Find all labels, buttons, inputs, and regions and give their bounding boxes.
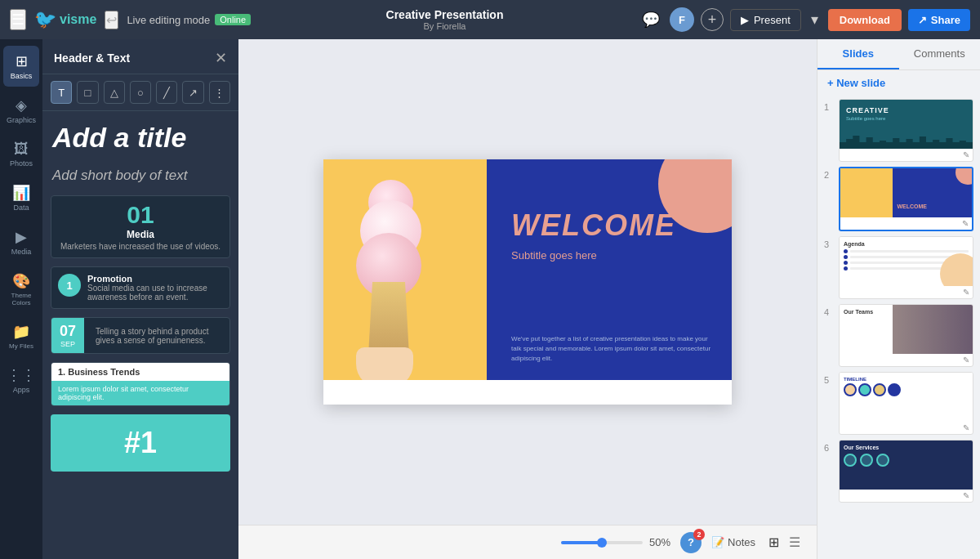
list-item[interactable]: 1. Business Trends Lorem ipsum dolor sit… — [51, 362, 230, 406]
header-text-panel: Header & Text ✕ T □ △ ○ ╱ ↗ ⋮ Add a titl… — [42, 39, 238, 559]
rectangle-tool-button[interactable]: □ — [77, 81, 98, 104]
download-button[interactable]: Download — [828, 9, 902, 31]
play-icon: ▶ — [741, 14, 749, 26]
edit-icon-3[interactable]: ✎ — [963, 288, 969, 297]
sidebar-item-data[interactable]: 📊 Data — [3, 177, 39, 218]
sidebar-item-photos[interactable]: 🖼 Photos — [3, 134, 39, 174]
slide-5-edit: ✎ — [840, 422, 973, 434]
promo-item[interactable]: 1 Promotion Social media can use to incr… — [51, 266, 230, 309]
slide-6-edit: ✎ — [840, 490, 973, 502]
panel-header: Header & Text ✕ — [42, 39, 238, 74]
slide-6-thumbnail[interactable]: Our Services ✎ — [839, 440, 973, 503]
media-icon: ▶ — [16, 228, 27, 246]
new-slide-button[interactable]: + New slide — [817, 70, 980, 96]
sidebar-item-media[interactable]: ▶ Media — [3, 221, 39, 262]
line-tool-button[interactable]: ╱ — [156, 81, 177, 104]
text-tool-button[interactable]: T — [51, 81, 72, 104]
numbered-number: 01 — [56, 201, 225, 229]
list-body-text: Lorem ipsum dolor sit amet, consectetur … — [58, 385, 223, 401]
zoom-label: 50% — [649, 536, 670, 548]
add-collaborator-button[interactable]: + — [701, 8, 724, 31]
photos-icon: 🖼 — [14, 141, 29, 158]
ice-cream-visual — [332, 184, 446, 405]
list-view-button[interactable]: ☰ — [786, 533, 804, 552]
edit-icon-4[interactable]: ✎ — [963, 356, 969, 364]
slide-1-edit: ✎ — [840, 149, 973, 161]
topbar-center: Creative Presentation By Fiorella — [261, 8, 629, 31]
circle-tool-button[interactable]: ○ — [130, 81, 151, 104]
share-button[interactable]: ↗ Share — [908, 9, 970, 31]
edit-icon-5[interactable]: ✎ — [963, 423, 969, 432]
arrow-tool-button[interactable]: ↗ — [182, 81, 203, 104]
date-item[interactable]: 07 SEP Telling a story behind a product … — [51, 317, 230, 354]
sidebar-item-apps[interactable]: ⋮⋮ Apps — [3, 360, 39, 400]
present-dropdown-button[interactable]: ▾ — [808, 7, 822, 32]
slide-canvas[interactable]: WELCOME Subtitle goes here We've put tog… — [323, 159, 732, 405]
zoom-slider[interactable] — [561, 541, 643, 544]
present-button[interactable]: ▶ Present — [730, 9, 801, 31]
notes-button[interactable]: 📝 Notes — [711, 536, 755, 548]
zoom-slider-thumb[interactable] — [597, 538, 607, 548]
slide-white-bar — [323, 380, 732, 405]
slide-thumb-5: 5 TIMELINE — [824, 372, 973, 435]
slide-thumb-1: 1 CREATIVE Subtitle goes here ✎ — [824, 99, 973, 162]
main-content: ⊞ Basics ◈ Graphics 🖼 Photos 📊 Data ▶ Me… — [0, 39, 980, 559]
avatar-button[interactable]: F — [670, 7, 694, 32]
slide-body-text: We've put together a list of creative pr… — [511, 334, 715, 364]
slide-subtitle-text: Subtitle goes here — [511, 249, 597, 262]
topbar-left: ☰ 🐦 visme ↩ Live editing mode Online — [10, 9, 251, 30]
comment-button[interactable]: 💬 — [639, 7, 663, 32]
tab-comments[interactable]: Comments — [899, 39, 981, 69]
topbar: ☰ 🐦 visme ↩ Live editing mode Online Cre… — [0, 0, 980, 39]
slides-list: 1 CREATIVE Subtitle goes here ✎ 2 — [817, 96, 980, 559]
add-body-item[interactable]: Add short body of text — [51, 164, 230, 187]
menu-button[interactable]: ☰ — [10, 9, 26, 30]
sidebar-item-theme-colors[interactable]: 🎨 Theme Colors — [3, 266, 39, 313]
tab-slides[interactable]: Slides — [817, 39, 899, 69]
right-panel: Slides Comments + New slide 1 CREATIVE S… — [817, 39, 980, 559]
theme-colors-icon: 🎨 — [12, 272, 30, 290]
slide-5-thumbnail[interactable]: TIMELINE ✎ — [839, 372, 973, 435]
sidebar-item-basics[interactable]: ⊞ Basics — [3, 46, 39, 87]
view-toggle: ⊞ ☰ — [765, 533, 804, 552]
slide-num-4: 4 — [824, 304, 834, 317]
slide-1-thumbnail[interactable]: CREATIVE Subtitle goes here ✎ — [839, 99, 973, 162]
edit-icon[interactable]: ✎ — [963, 150, 969, 159]
slide-2-thumbnail[interactable]: WELCOME ✎ — [839, 167, 973, 231]
editing-mode-label: Live editing mode Online — [127, 14, 251, 26]
data-icon: 📊 — [12, 184, 30, 202]
grid-view-button[interactable]: ⊞ — [765, 533, 782, 552]
triangle-tool-button[interactable]: △ — [104, 81, 125, 104]
presentation-subtitle: By Fiorella — [261, 21, 629, 31]
slide-thumb-2: 2 WELCOME ✎ — [824, 167, 973, 231]
slide-4-preview: Our Teams — [840, 305, 973, 354]
hashtag-item[interactable]: #1 — [51, 414, 230, 472]
logo: 🐦 visme — [34, 9, 96, 30]
numbered-label: Media — [56, 229, 225, 240]
date-left: 07 SEP — [51, 318, 84, 353]
slide-3-thumbnail[interactable]: Agenda ✎ — [839, 236, 973, 299]
cone-shape — [368, 282, 409, 356]
graphics-icon: ◈ — [16, 96, 27, 114]
slide-4-edit: ✎ — [840, 354, 973, 366]
panel-close-button[interactable]: ✕ — [215, 49, 227, 67]
promo-circle: 1 — [58, 274, 81, 297]
date-number: 07 — [60, 323, 76, 340]
help-button[interactable]: ? 2 — [680, 532, 702, 553]
slide-4-thumbnail[interactable]: Our Teams ✎ — [839, 304, 973, 367]
notification-badge: 2 — [693, 529, 705, 540]
sidebar-item-my-files[interactable]: 📁 My Files — [3, 316, 39, 356]
my-files-icon: 📁 — [12, 323, 30, 341]
edit-icon-2[interactable]: ✎ — [962, 219, 969, 228]
date-month: SEP — [60, 340, 75, 348]
sidebar-item-graphics[interactable]: ◈ Graphics — [3, 90, 39, 131]
add-title-item[interactable]: Add a title — [51, 119, 230, 156]
more-tools-button[interactable]: ⋮ — [209, 81, 230, 104]
undo-button[interactable]: ↩ — [105, 11, 118, 29]
canvas-container[interactable]: WELCOME Subtitle goes here We've put tog… — [238, 39, 817, 525]
presentation-title: Creative Presentation — [261, 8, 629, 21]
edit-icon-6[interactable]: ✎ — [963, 491, 969, 500]
numbered-item[interactable]: 01 Media Marketers have increased the us… — [51, 195, 230, 258]
slide-num-2: 2 — [824, 167, 834, 180]
panel-title: Header & Text — [54, 51, 130, 65]
